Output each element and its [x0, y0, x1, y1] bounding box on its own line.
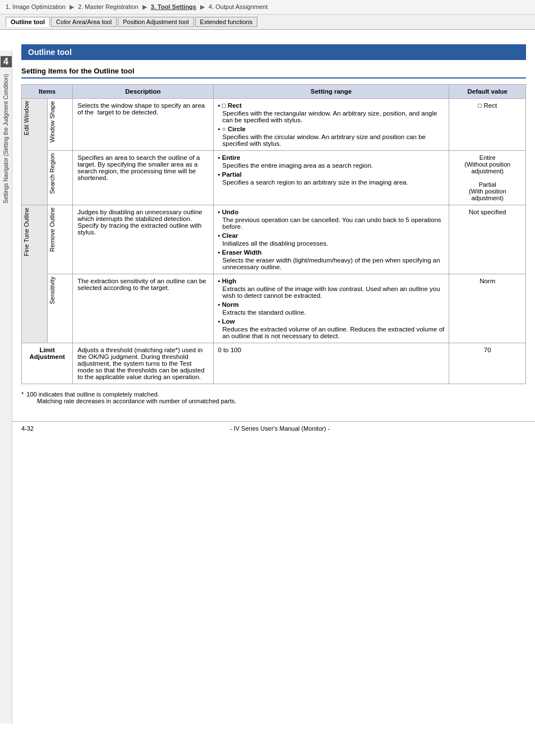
breadcrumb-item-1: 1. Image Optimization	[6, 3, 66, 10]
page-number: 4-32	[21, 425, 34, 432]
col-header-items: Items	[22, 85, 73, 99]
default-window-shape: □ Rect	[449, 99, 526, 151]
breadcrumb-sep-1: ▶	[70, 3, 76, 10]
default-search-region: Entire(Without positionadjustment)Partia…	[449, 151, 526, 205]
table-row: Search Region Specifies an area to searc…	[22, 151, 526, 205]
desc-search-region: Specifies an area to search the outline …	[73, 151, 213, 205]
sub-label-sensitivity: Sensitivity	[47, 274, 73, 343]
side-nav: 4 Settings Navigator (Setting the Judgme…	[0, 50, 12, 723]
col-header-range: Setting range	[213, 85, 449, 99]
table-row-limit: LimitAdjustment Adjusts a threshold (mat…	[22, 343, 526, 384]
tab-position-adjustment[interactable]: Position Adjustment tool	[118, 17, 193, 27]
breadcrumb-sep-2: ▶	[142, 3, 149, 10]
tab-outline-tool[interactable]: Outline tool	[6, 17, 50, 27]
main-content: Outline tool Setting items for the Outli…	[12, 30, 535, 410]
sub-label-window-shape: Window Shape	[47, 99, 73, 151]
sub-label-remove-outline: Remove Outline	[47, 205, 73, 274]
breadcrumb-item-2: 2. Master Registration	[78, 3, 139, 10]
breadcrumb-item-3: 3. Tool Settings	[151, 3, 196, 10]
tab-extended-functions[interactable]: Extended functions	[195, 17, 258, 27]
range-limit-adjustment: 0 to 100	[213, 343, 449, 384]
range-remove-outline: • Undo The previous operation can be can…	[213, 205, 449, 274]
sub-label-search-region: Search Region	[47, 151, 73, 205]
footer-note: * 100 indicates that outline is complete…	[21, 391, 526, 404]
page-footer: 4-32 - IV Series User's Manual (Monitor)…	[12, 421, 535, 435]
breadcrumb-sep-3: ▶	[200, 3, 206, 10]
side-nav-number: 4	[1, 56, 12, 67]
col-header-desc: Description	[73, 85, 213, 99]
range-window-shape: • □ Rect Specifies with the rectangular …	[213, 99, 449, 151]
section-header: Outline tool	[21, 44, 526, 60]
desc-sensitivity: The extraction sensitivity of an outline…	[73, 274, 213, 343]
range-sensitivity: • High Extracts an outline of the image …	[213, 274, 449, 343]
settings-table: Items Description Setting range Default …	[21, 84, 526, 384]
desc-window-shape: Selects the window shape to specify an a…	[73, 99, 213, 151]
default-sensitivity: Norm	[449, 274, 526, 343]
table-row: Edit Window Window Shape Selects the win…	[22, 99, 526, 151]
section-title: Outline tool	[28, 48, 72, 57]
table-row: Sensitivity The extraction sensitivity o…	[22, 274, 526, 343]
col-header-default: Default value	[449, 85, 526, 99]
limit-adjustment-label: LimitAdjustment	[22, 343, 73, 384]
breadcrumb: 1. Image Optimization ▶ 2. Master Regist…	[0, 0, 535, 15]
breadcrumb-item-4: 4. Output Assignment	[209, 3, 268, 10]
default-limit-adjustment: 70	[449, 343, 526, 384]
tab-color-area[interactable]: Color Area/Area tool	[51, 17, 117, 27]
footer-note-line1: * 100 indicates that outline is complete…	[29, 391, 526, 398]
page-footer-center: - IV Series User's Manual (Monitor) -	[230, 425, 330, 432]
subsection-title: Setting items for the Outline tool	[21, 67, 526, 79]
table-row: Fine Tune Outline Remove Outline Judges …	[22, 205, 526, 274]
group-label-fine-tune: Fine Tune Outline	[22, 205, 48, 343]
group-label-edit-window: Edit Window	[22, 99, 48, 205]
side-nav-text: Settings Navigator (Setting the Judgment…	[3, 74, 9, 204]
footer-note-line2: Matching rate decreases in accordance wi…	[29, 398, 526, 404]
desc-limit-adjustment: Adjusts a threshold (matching rate*) use…	[73, 343, 213, 384]
tab-bar: Outline tool Color Area/Area tool Positi…	[0, 15, 535, 30]
range-search-region: • Entire Specifies the entire imaging ar…	[213, 151, 449, 205]
desc-remove-outline: Judges by disabling an unnecessary outli…	[73, 205, 213, 274]
default-remove-outline: Not specified	[449, 205, 526, 274]
